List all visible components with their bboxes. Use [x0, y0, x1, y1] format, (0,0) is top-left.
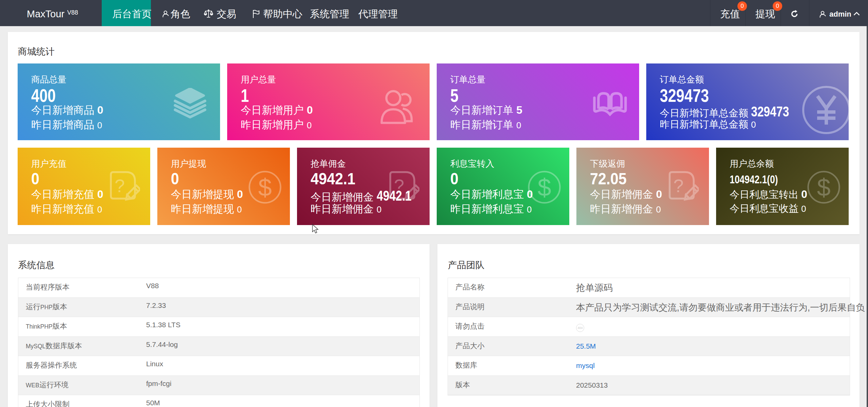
svg-text:$: $	[537, 174, 551, 201]
svg-text:?: ?	[673, 175, 684, 196]
svg-text:?: ?	[115, 175, 125, 196]
svg-text:?: ?	[394, 175, 404, 196]
svg-text:$: $	[258, 174, 272, 201]
svg-text:$: $	[817, 174, 830, 201]
